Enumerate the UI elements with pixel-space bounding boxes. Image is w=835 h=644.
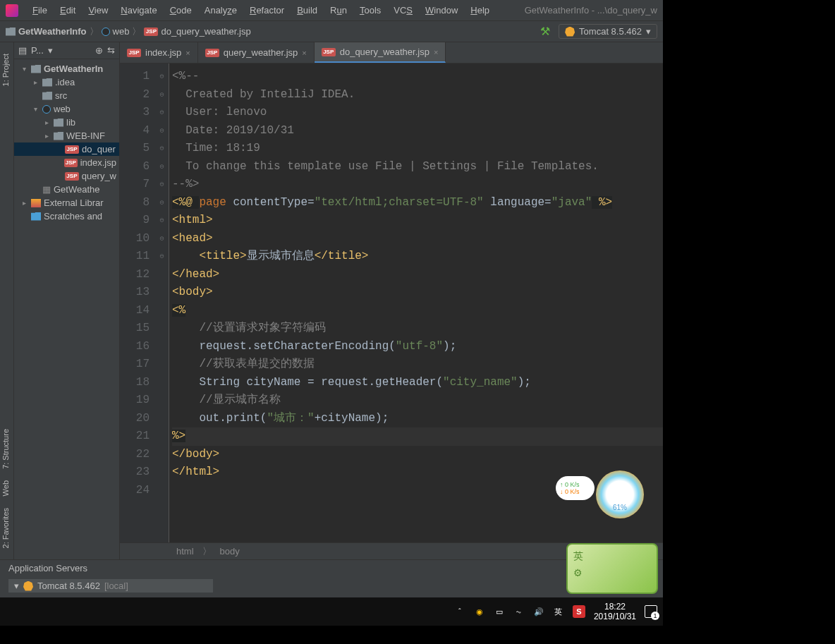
line-number[interactable]: 10	[120, 230, 150, 248]
chevron-down-icon[interactable]: ▾	[48, 45, 53, 56]
breadcrumb-tag[interactable]: body	[220, 546, 240, 557]
menu-window[interactable]: Window	[420, 4, 463, 17]
line-number[interactable]: 20	[120, 410, 150, 428]
breadcrumb-tag[interactable]: html	[176, 546, 194, 557]
editor-tab[interactable]: JSPquery_weather.jsp×	[198, 42, 315, 63]
breadcrumb-project[interactable]: GetWeatherInfo	[6, 26, 87, 37]
code-area[interactable]: <%-- Created by IntelliJ IDEA. User: len…	[169, 63, 663, 542]
fold-icon[interactable]: ⊖	[155, 122, 169, 140]
menu-file[interactable]: File	[27, 4, 53, 17]
tree-item[interactable]: ▸lib	[14, 116, 119, 129]
fold-icon[interactable]: ⊖	[155, 68, 169, 86]
breadcrumb-file[interactable]: JSP do_query_weather.jsp	[144, 26, 250, 37]
menu-vcs[interactable]: VCS	[388, 4, 418, 17]
line-number[interactable]: 2	[120, 86, 150, 104]
line-number-gutter[interactable]: 123456789101112131415161718192021222324	[120, 63, 155, 542]
menu-refactor[interactable]: Refactor	[244, 4, 290, 17]
line-number[interactable]: 14	[120, 302, 150, 320]
notification-icon[interactable]: 1	[645, 605, 657, 618]
tree-item[interactable]: JSPindex.jsp	[14, 156, 119, 169]
line-number[interactable]: 16	[120, 338, 150, 356]
line-number[interactable]: 3	[120, 104, 150, 122]
line-number[interactable]: 21	[120, 427, 150, 446]
fold-icon[interactable]: ⊖	[155, 176, 169, 194]
fold-gutter[interactable]: ⊖⊖⊖⊖⊖⊖⊖⊖⊖⊖⊖	[155, 63, 169, 542]
editor-tab[interactable]: JSPindex.jsp×	[120, 42, 198, 63]
sogou-icon[interactable]: S	[573, 605, 585, 618]
tray-app-icon[interactable]: ◉	[474, 606, 485, 617]
line-number[interactable]: 12	[120, 266, 150, 284]
fold-icon[interactable]: ⊖	[155, 194, 169, 212]
wifi-icon[interactable]: ⏦	[513, 606, 525, 617]
breadcrumb-web[interactable]: web	[102, 26, 130, 37]
menu-build[interactable]: Build	[291, 4, 323, 17]
structure-tool-tab[interactable]: 7: Structure	[0, 423, 11, 475]
fold-icon[interactable]: ⊖	[155, 230, 169, 248]
line-number[interactable]: 4	[120, 122, 150, 140]
build-icon[interactable]: ⚒	[540, 25, 550, 38]
menu-run[interactable]: Run	[324, 4, 353, 17]
server-item[interactable]: ▾ Tomcat 8.5.462 [local]	[8, 579, 213, 593]
line-number[interactable]: 18	[120, 374, 150, 392]
editor-tab[interactable]: JSPdo_query_weather.jsp×	[315, 42, 446, 63]
line-number[interactable]: 1	[120, 68, 150, 86]
line-number[interactable]: 15	[120, 320, 150, 338]
tree-item[interactable]: src	[14, 89, 119, 102]
tree-item[interactable]: JSPdo_quer	[14, 142, 119, 156]
target-icon[interactable]: ⊕	[95, 45, 103, 56]
web-tool-tab[interactable]: Web	[0, 475, 11, 502]
close-icon[interactable]: ×	[302, 49, 306, 57]
settings-icon[interactable]: ⇆	[107, 45, 115, 56]
line-number[interactable]: 23	[120, 463, 150, 482]
project-tree[interactable]: ▾GetWeatherIn▸.ideasrc▾web▸lib▸WEB-INFJS…	[14, 59, 119, 559]
line-number[interactable]: 11	[120, 248, 150, 266]
fold-icon[interactable]: ⊖	[155, 158, 169, 176]
menu-tools[interactable]: Tools	[354, 4, 386, 17]
tree-item[interactable]: ▸WEB-INF	[14, 129, 119, 142]
editor-content[interactable]: 123456789101112131415161718192021222324 …	[120, 63, 663, 542]
project-tool-tab[interactable]: 1: Project	[0, 48, 11, 92]
menu-code[interactable]: Code	[164, 4, 197, 17]
fold-icon[interactable]: ⊖	[155, 86, 169, 104]
volume-icon[interactable]: 🔊	[533, 606, 544, 617]
app-servers-title[interactable]: Application Servers	[0, 560, 663, 576]
line-number[interactable]: 8	[120, 194, 150, 212]
battery-icon[interactable]: ▭	[494, 606, 505, 617]
tree-item[interactable]: ▸.idea	[14, 75, 119, 89]
tree-item[interactable]: ▸External Librar	[14, 196, 119, 209]
tree-item[interactable]: ▾web	[14, 102, 119, 116]
favorites-tool-tab[interactable]: 2: Favorites	[0, 502, 11, 554]
line-number[interactable]: 13	[120, 284, 150, 302]
line-number[interactable]: 5	[120, 140, 150, 158]
close-icon[interactable]: ×	[434, 48, 438, 56]
line-number[interactable]: 7	[120, 176, 150, 194]
tree-item[interactable]: Scratches and	[14, 209, 119, 223]
system-clock[interactable]: 18:22 2019/10/31	[594, 602, 636, 621]
line-number[interactable]: 17	[120, 356, 150, 374]
line-number[interactable]: 24	[120, 482, 150, 500]
line-number[interactable]: 6	[120, 158, 150, 176]
tree-item[interactable]: ▦GetWeathe	[14, 183, 119, 196]
netspeed-widget[interactable]: ↑ 0 K/s ↓ 0 K/s	[556, 476, 595, 500]
tree-item[interactable]: JSPquery_w	[14, 169, 119, 183]
line-number[interactable]: 9	[120, 212, 150, 230]
run-config-selector[interactable]: Tomcat 8.5.462 ▾	[559, 24, 657, 39]
menu-edit[interactable]: Edit	[54, 4, 81, 17]
assistant-widget[interactable]: 61%	[596, 470, 644, 518]
ime-indicator[interactable]: 英	[553, 606, 564, 617]
fold-icon[interactable]: ⊖	[155, 104, 169, 122]
menu-analyze[interactable]: Analyze	[199, 4, 243, 17]
fold-icon[interactable]: ⊖	[155, 212, 169, 230]
menu-view[interactable]: View	[83, 4, 114, 17]
menu-navigate[interactable]: Navigate	[115, 4, 162, 17]
menu-help[interactable]: Help	[465, 4, 495, 17]
ime-widget[interactable]: 英 ⚙	[566, 543, 658, 594]
close-icon[interactable]: ×	[185, 49, 190, 57]
project-view-label[interactable]: P...	[31, 45, 44, 56]
tray-chevron-up-icon[interactable]: ˆ	[454, 606, 465, 617]
fold-icon[interactable]: ⊖	[155, 248, 169, 266]
gear-icon[interactable]: ⚙	[573, 567, 651, 578]
fold-icon[interactable]: ⊖	[155, 140, 169, 158]
line-number[interactable]: 22	[120, 446, 150, 464]
line-number[interactable]: 19	[120, 391, 150, 410]
